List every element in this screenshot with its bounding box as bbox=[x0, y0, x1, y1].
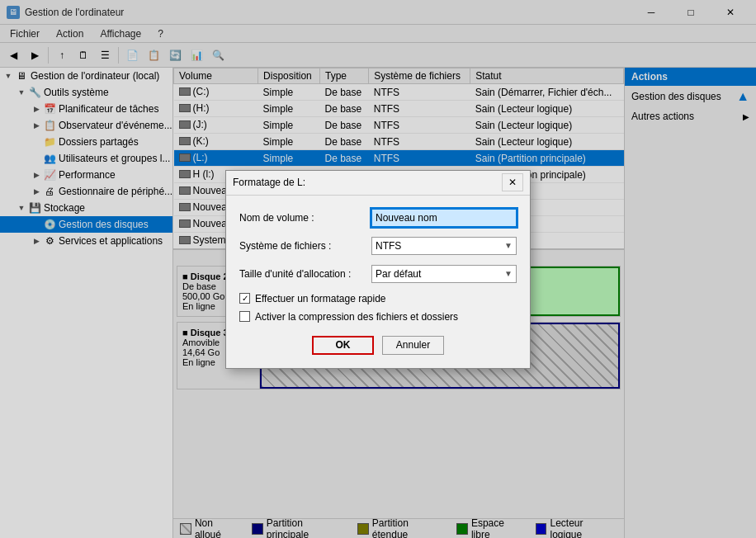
checkbox-rapide[interactable]: ✓ bbox=[239, 293, 250, 304]
form-row-fs: Système de fichiers : NTFS ▼ bbox=[239, 237, 517, 255]
select-alloc-value: Par défaut bbox=[376, 268, 421, 280]
checkbox-rapide-label: Effectuer un formatage rapide bbox=[255, 293, 386, 304]
cancel-button[interactable]: Annuler bbox=[382, 336, 444, 355]
select-fs[interactable]: NTFS ▼ bbox=[371, 237, 517, 255]
checkbox-compress[interactable] bbox=[239, 311, 250, 322]
modal-overlay: Formatage de L: ✕ Nom de volume : Systèm… bbox=[0, 0, 756, 538]
label-volume: Nom de volume : bbox=[239, 212, 371, 224]
ok-button[interactable]: OK bbox=[312, 336, 374, 355]
input-volume-name[interactable] bbox=[371, 209, 517, 227]
label-fs: Système de fichiers : bbox=[239, 240, 371, 252]
select-fs-value: NTFS bbox=[376, 240, 401, 252]
checkbox-row-compress: Activer la compression des fichiers et d… bbox=[239, 311, 517, 323]
format-dialog: Formatage de L: ✕ Nom de volume : Systèm… bbox=[225, 170, 531, 369]
form-row-volume: Nom de volume : bbox=[239, 209, 517, 227]
modal-close-button[interactable]: ✕ bbox=[502, 173, 523, 191]
modal-title: Formatage de L: bbox=[233, 177, 305, 188]
label-alloc: Taille d'unité d'allocation : bbox=[239, 268, 371, 280]
select-fs-arrow: ▼ bbox=[504, 241, 513, 250]
checkbox-row-rapide: ✓ Effectuer un formatage rapide bbox=[239, 293, 517, 304]
select-alloc[interactable]: Par défaut ▼ bbox=[371, 265, 517, 283]
select-alloc-arrow: ▼ bbox=[504, 269, 513, 278]
checkbox-compress-label: Activer la compression des fichiers et d… bbox=[255, 311, 458, 323]
modal-title-bar: Formatage de L: ✕ bbox=[226, 171, 530, 196]
form-row-alloc: Taille d'unité d'allocation : Par défaut… bbox=[239, 265, 517, 283]
modal-buttons: OK Annuler bbox=[239, 336, 517, 355]
modal-body: Nom de volume : Système de fichiers : NT… bbox=[226, 196, 530, 368]
